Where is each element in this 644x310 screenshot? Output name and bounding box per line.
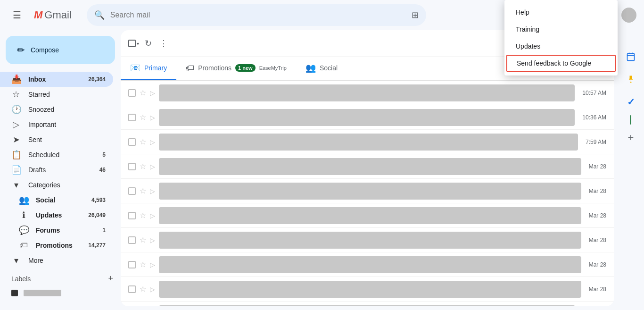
compose-button[interactable]: ✏ Compose: [6, 36, 115, 64]
email-important-marker[interactable]: ▷: [150, 138, 155, 146]
email-checkbox[interactable]: [128, 212, 136, 219]
menu-button[interactable]: ☰: [8, 6, 26, 25]
promotions-icon: 🏷: [19, 241, 28, 251]
drafts-icon: 📄: [11, 165, 21, 175]
menu-item-training[interactable]: Training: [504, 21, 618, 38]
sidebar-item-starred[interactable]: ☆ Starred: [0, 87, 113, 102]
svg-rect-0: [627, 53, 635, 60]
sidebar: ✏ Compose 📥 Inbox 26,364 ☆ Starred 🕐 Sno…: [0, 30, 121, 310]
label-item[interactable]: [0, 285, 113, 301]
select-all-area[interactable]: ▾: [128, 40, 139, 47]
sidebar-label-forums: Forums: [36, 226, 95, 234]
sidebar-categories-toggle[interactable]: ▾ Categories: [0, 177, 113, 193]
labels-title: Labels: [11, 275, 31, 283]
updates-count: 26,049: [88, 212, 106, 218]
sent-icon: ➤: [11, 134, 21, 145]
email-row[interactable]: ☆ ▷ 7:59 AM: [121, 130, 614, 154]
email-checkbox[interactable]: [128, 187, 136, 195]
avatar[interactable]: [621, 8, 636, 23]
email-list: ☆ ▷ 10:57 AM ☆ ▷ 10:36 AM ☆ ▷ 7:59 AM: [121, 81, 614, 306]
sidebar-item-updates[interactable]: ℹ Updates 26,049: [0, 208, 113, 223]
promotions-tab-icon: 🏷: [186, 63, 194, 73]
email-row[interactable]: ☆ ▷ Mar 28: [121, 179, 614, 203]
email-star-button[interactable]: ☆: [140, 88, 146, 97]
email-checkbox[interactable]: [128, 89, 136, 97]
keep-panel-button[interactable]: [621, 70, 640, 89]
search-tune-icon[interactable]: ⊞: [412, 10, 419, 20]
email-row[interactable]: ☆ ▷ Mar 28: [121, 277, 614, 302]
sidebar-item-snoozed[interactable]: 🕐 Snoozed: [0, 102, 113, 117]
sidebar-item-scheduled[interactable]: 📋 Scheduled 5: [0, 147, 113, 162]
email-row[interactable]: ☆ ▷ 10:57 AM: [121, 81, 614, 105]
email-checkbox[interactable]: [128, 261, 136, 268]
email-star-button[interactable]: ☆: [140, 211, 146, 220]
add-label-button[interactable]: +: [108, 274, 113, 284]
email-row[interactable]: ☆ ▷ 10:36 AM: [121, 105, 614, 130]
sidebar-item-inbox[interactable]: 📥 Inbox 26,364: [0, 72, 113, 87]
tab-social[interactable]: 👥 Social: [296, 57, 347, 80]
email-important-marker[interactable]: ▷: [150, 212, 155, 219]
email-row[interactable]: ☆ ▷ Mar 28: [121, 203, 614, 228]
sidebar-label-starred: Starred: [28, 91, 106, 98]
email-checkbox[interactable]: [128, 163, 136, 170]
email-checkbox[interactable]: [128, 285, 136, 293]
email-checkbox[interactable]: [128, 114, 136, 121]
select-all-checkbox[interactable]: [128, 40, 136, 47]
email-time: Mar 28: [585, 163, 606, 170]
add-panel-button[interactable]: +: [621, 128, 640, 147]
sidebar-more-button[interactable]: ▾ More: [0, 253, 113, 268]
sidebar-label-categories: Categories: [28, 181, 106, 189]
email-important-marker[interactable]: ▷: [150, 285, 155, 293]
search-bar[interactable]: 🔍 ⊞: [87, 4, 426, 26]
email-checkbox[interactable]: [128, 236, 136, 244]
email-row[interactable]: ☆ ▷ Mar 28: [121, 252, 614, 277]
email-star-button[interactable]: ☆: [140, 162, 146, 171]
sidebar-item-social[interactable]: 👥 Social 4,593: [0, 193, 113, 208]
email-important-marker[interactable]: ▷: [150, 114, 155, 121]
label-name: [24, 290, 61, 296]
email-star-button[interactable]: ☆: [140, 235, 146, 244]
email-time: Mar 28: [585, 188, 606, 194]
updates-icon: ℹ: [19, 210, 28, 220]
email-row[interactable]: ☆ ▷ Mar 28: [121, 154, 614, 179]
sidebar-item-promotions[interactable]: 🏷 Promotions 14,277: [0, 238, 113, 253]
menu-item-updates[interactable]: Updates: [504, 38, 618, 55]
menu-item-help[interactable]: Help: [504, 4, 618, 21]
email-time: 10:36 AM: [578, 114, 606, 121]
sidebar-item-sent[interactable]: ➤ Sent: [0, 132, 113, 147]
more-options-button[interactable]: ⋮: [157, 36, 170, 50]
email-important-marker[interactable]: ▷: [150, 163, 155, 170]
email-content: [159, 232, 581, 249]
email-important-marker[interactable]: ▷: [150, 187, 155, 195]
promotions-tab-sub: EaseMyTrip: [259, 65, 287, 71]
email-row[interactable]: ☆ ▷ Mar 28: [121, 228, 614, 252]
email-important-marker[interactable]: ▷: [150, 261, 155, 268]
email-star-button[interactable]: ☆: [140, 285, 146, 293]
more-icon: ▾: [11, 255, 21, 266]
sidebar-label-drafts: Drafts: [28, 166, 92, 174]
sidebar-label-snoozed: Snoozed: [28, 106, 106, 113]
sidebar-item-forums[interactable]: 💬 Forums 1: [0, 223, 113, 238]
email-star-button[interactable]: ☆: [140, 260, 146, 269]
email-important-marker[interactable]: ▷: [150, 236, 155, 244]
email-content: [159, 305, 575, 307]
email-star-button[interactable]: ☆: [140, 186, 146, 195]
email-row[interactable]: ☆ ▶ Mar 28 ›: [121, 302, 614, 306]
email-star-button[interactable]: ☆: [140, 137, 146, 146]
email-important-marker[interactable]: ▷: [150, 89, 155, 97]
email-star-button[interactable]: ☆: [140, 113, 146, 122]
tab-promotions[interactable]: 🏷 Promotions 1 new EaseMyTrip: [176, 57, 296, 80]
tasks-panel-button[interactable]: ✓: [621, 92, 640, 111]
search-input[interactable]: [110, 11, 406, 19]
tab-primary[interactable]: 📧 Primary: [121, 57, 176, 80]
select-dropdown-arrow[interactable]: ▾: [137, 41, 139, 46]
email-checkbox[interactable]: [128, 138, 136, 146]
scheduled-count: 5: [102, 151, 106, 158]
menu-item-feedback[interactable]: Send feedback to Google: [506, 55, 616, 72]
calendar-panel-button[interactable]: [621, 47, 640, 66]
sidebar-item-important[interactable]: ▷ Important: [0, 117, 113, 132]
sidebar-item-drafts[interactable]: 📄 Drafts 46: [0, 162, 113, 177]
refresh-button[interactable]: ↻: [143, 36, 154, 50]
labels-section: Labels +: [0, 268, 121, 285]
panel-separator: [630, 115, 631, 125]
